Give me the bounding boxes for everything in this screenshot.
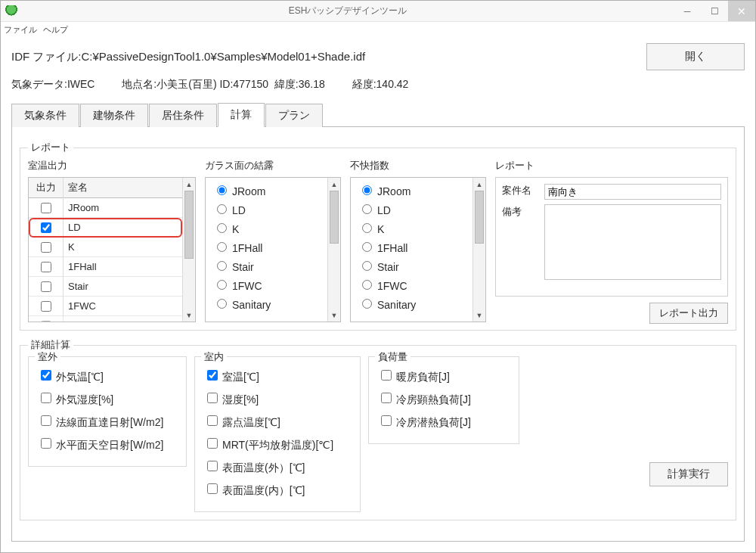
- list-item[interactable]: 1FHall: [209, 238, 324, 256]
- report-output-button[interactable]: レポート出力: [649, 303, 728, 324]
- chk-cooling-sensible[interactable]: 冷房顕熱負荷[J]: [378, 387, 510, 410]
- room-check-ld[interactable]: [41, 222, 51, 233]
- chk-diffuse-horizontal[interactable]: 水平面天空日射[W/m2]: [38, 433, 177, 455]
- room-name: Sanitary: [64, 317, 182, 322]
- room-temp-scrollbar[interactable]: ▲ ▼: [182, 178, 195, 322]
- note-label: 備考: [502, 205, 538, 219]
- chk-direct-normal[interactable]: 法線面直達日射[W/m2]: [38, 410, 177, 433]
- chk-surface-out[interactable]: 表面温度(外）[℃]: [204, 455, 351, 478]
- glass-title: ガラス面の結露: [205, 159, 341, 172]
- glass-condensation-section: ガラス面の結露 JRoom LD K 1FHall Stair 1FWC San…: [205, 159, 341, 322]
- list-item[interactable]: Sanitary: [209, 294, 324, 313]
- case-label: 案件名: [502, 184, 538, 197]
- idf-path: IDF ファイル:C:¥PassiveDesignTool1.0¥Samples…: [11, 50, 646, 64]
- list-item[interactable]: K: [209, 219, 324, 238]
- close-button[interactable]: ✕: [728, 1, 755, 21]
- menubar: ファイル ヘルプ: [1, 22, 755, 37]
- list-item[interactable]: 1FWC: [209, 275, 324, 294]
- indoor-group: 室内 室温[℃] 湿度[%] 露点温度[℃] MRT(平均放射温度)[℃] 表面…: [194, 356, 361, 512]
- room-name: JRoom: [64, 199, 182, 216]
- room-name: Stair: [64, 278, 182, 295]
- case-name-input[interactable]: [544, 184, 721, 200]
- room-check-k[interactable]: [41, 242, 51, 253]
- chk-heating-load[interactable]: 暖房負荷[J]: [378, 365, 510, 387]
- menu-help[interactable]: ヘルプ: [43, 24, 68, 36]
- room-check-stair[interactable]: [41, 281, 51, 292]
- room-check-jroom[interactable]: [41, 203, 51, 213]
- scroll-up-icon[interactable]: ▲: [183, 178, 195, 191]
- table-row[interactable]: Stair: [29, 277, 182, 297]
- idf-path-value: C:¥PassiveDesignTool1.0¥Samples¥Model01+…: [82, 50, 366, 63]
- chk-cooling-latent[interactable]: 冷房潜熱負荷[J]: [378, 410, 510, 433]
- room-check-1fhall[interactable]: [41, 262, 51, 272]
- glass-scrollbar[interactable]: ▲ ▼: [327, 178, 340, 322]
- tab-plan[interactable]: プラン: [265, 104, 323, 127]
- climate-info: 気象データ:IWEC 地点名:小美玉(百里) ID:477150 緯度:36.1…: [1, 75, 755, 102]
- discomfort-listbox: JRoom LD K 1FHall Stair 1FWC Sanitary ▲ …: [350, 177, 486, 322]
- outdoor-legend: 室外: [35, 350, 60, 364]
- list-item[interactable]: Sanitary: [354, 294, 469, 313]
- glass-listbox: JRoom LD K 1FHall Stair 1FWC Sanitary ▲ …: [205, 177, 341, 322]
- list-item[interactable]: K: [354, 219, 469, 238]
- room-name: K: [64, 238, 182, 256]
- scroll-down-icon[interactable]: ▼: [473, 309, 485, 322]
- indoor-legend: 室内: [201, 350, 227, 364]
- scroll-thumb[interactable]: [475, 191, 484, 244]
- room-name: LD: [64, 219, 182, 236]
- menu-file[interactable]: ファイル: [4, 24, 37, 36]
- table-row[interactable]: JRoom: [29, 198, 182, 218]
- scroll-up-icon[interactable]: ▲: [328, 178, 340, 191]
- list-item[interactable]: JRoom: [209, 181, 324, 200]
- load-group: 負荷量 暖房負荷[J] 冷房顕熱負荷[J] 冷房潜熱負荷[J]: [368, 356, 519, 444]
- scroll-thumb[interactable]: [330, 191, 339, 244]
- list-item[interactable]: LD: [354, 200, 469, 219]
- open-button[interactable]: 開く: [646, 43, 745, 70]
- table-row[interactable]: 1FHall: [29, 257, 182, 277]
- list-item[interactable]: LD: [209, 200, 324, 219]
- list-item[interactable]: Stair: [354, 256, 469, 275]
- chk-outdoor-humidity[interactable]: 外気湿度[%]: [38, 387, 177, 410]
- discomfort-scrollbar[interactable]: ▲ ▼: [472, 178, 485, 322]
- tab-weather[interactable]: 気象条件: [11, 104, 79, 127]
- room-check-1fwc[interactable]: [41, 301, 51, 312]
- room-temp-section: 室温出力 出力 室名 JRoom: [28, 159, 196, 322]
- report-legend: レポート: [28, 141, 73, 154]
- tab-building[interactable]: 建物条件: [80, 104, 148, 127]
- tab-calc[interactable]: 計算: [218, 103, 265, 127]
- climate-site: 地点名:小美玉(百里) ID:477150 緯度:36.18: [122, 78, 324, 92]
- tab-living[interactable]: 居住条件: [149, 104, 217, 127]
- chk-surface-in[interactable]: 表面温度(内）[℃]: [204, 478, 351, 501]
- room-col-name[interactable]: 室名: [64, 178, 182, 197]
- idf-label: IDF ファイル:: [11, 50, 82, 63]
- chk-room-humidity[interactable]: 湿度[%]: [204, 387, 351, 410]
- room-temp-title: 室温出力: [28, 159, 196, 172]
- room-name: 1FWC: [64, 297, 182, 315]
- room-col-output[interactable]: 出力: [29, 178, 64, 197]
- scroll-down-icon[interactable]: ▼: [328, 309, 340, 322]
- note-input[interactable]: [544, 204, 721, 280]
- report-out-title: レポート: [495, 159, 728, 172]
- list-item[interactable]: 1FHall: [354, 238, 469, 256]
- climate-data: 気象データ:IWEC: [11, 78, 94, 92]
- table-row[interactable]: LD: [29, 218, 182, 238]
- chk-dewpoint[interactable]: 露点温度[℃]: [204, 410, 351, 433]
- minimize-button[interactable]: ─: [674, 1, 701, 21]
- table-row[interactable]: K: [29, 238, 182, 257]
- table-row[interactable]: Sanitary: [29, 316, 182, 322]
- chk-mrt[interactable]: MRT(平均放射温度)[℃]: [204, 433, 351, 455]
- file-info-row: IDF ファイル:C:¥PassiveDesignTool1.0¥Samples…: [1, 37, 755, 75]
- scroll-down-icon[interactable]: ▼: [183, 309, 195, 322]
- maximize-button[interactable]: ☐: [701, 1, 728, 21]
- scroll-up-icon[interactable]: ▲: [473, 178, 485, 191]
- room-check-sanitary[interactable]: [41, 321, 51, 322]
- list-item[interactable]: JRoom: [354, 181, 469, 200]
- app-icon: [5, 5, 17, 17]
- run-calc-button[interactable]: 計算実行: [649, 462, 728, 486]
- list-item[interactable]: Stair: [209, 256, 324, 275]
- chk-room-temp[interactable]: 室温[℃]: [204, 365, 351, 387]
- chk-outdoor-temp[interactable]: 外気温[℃]: [38, 365, 177, 387]
- table-row[interactable]: 1FWC: [29, 297, 182, 316]
- list-item[interactable]: 1FWC: [354, 275, 469, 294]
- scroll-thumb[interactable]: [184, 191, 194, 259]
- discomfort-section: 不快指数 JRoom LD K 1FHall Stair 1FWC Sanita…: [350, 159, 486, 322]
